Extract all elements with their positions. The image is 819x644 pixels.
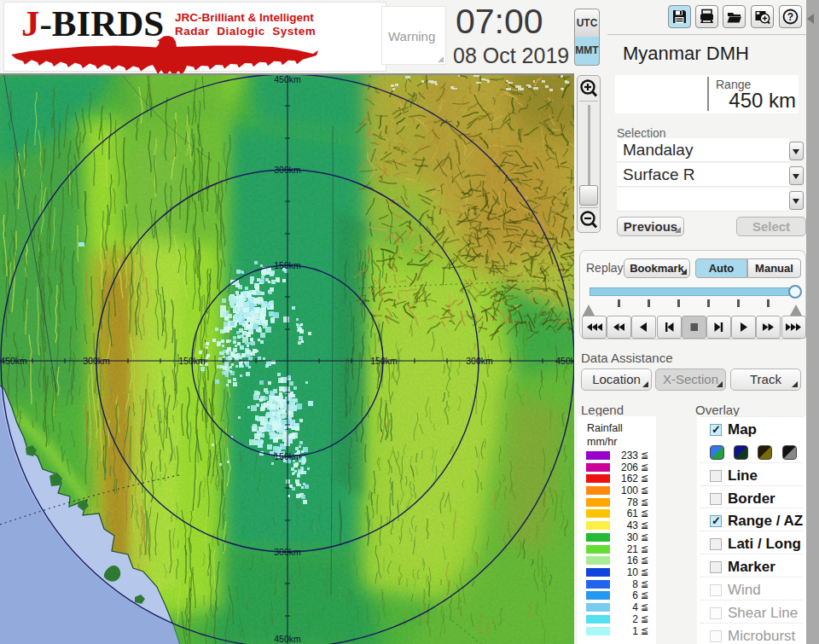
svg-text:300km: 300km [274, 547, 301, 557]
svg-text:300km: 300km [83, 356, 110, 366]
svg-text:150km: 150km [274, 260, 301, 270]
svg-text:450km: 450km [274, 634, 301, 644]
svg-text:150km: 150km [178, 356, 206, 366]
svg-text:300km: 300km [274, 165, 301, 175]
svg-text:150km: 150km [274, 451, 301, 461]
svg-text:450km: 450km [274, 75, 301, 84]
svg-text:?: ? [787, 11, 793, 23]
svg-text:300km: 300km [466, 356, 493, 366]
svg-text:450km: 450km [555, 356, 574, 366]
svg-text:450km: 450km [0, 356, 27, 366]
svg-text:150km: 150km [370, 356, 398, 366]
